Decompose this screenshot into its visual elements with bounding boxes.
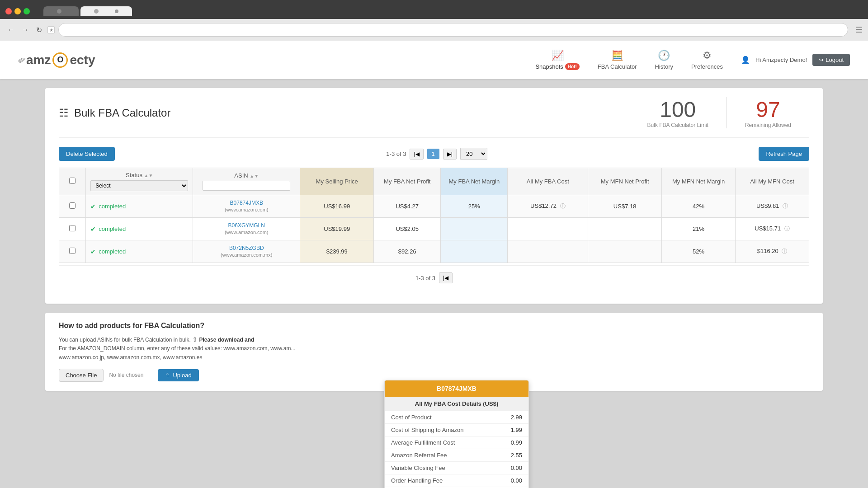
logout-button[interactable]: ↪ Logout: [812, 54, 850, 66]
asin-domain: (www.amazon.com.mx): [221, 252, 272, 258]
how-to-text: You can upload ASINs for bulk FBA Calcul…: [59, 334, 809, 362]
pagination-controls: 1-3 of 3 |◀ 1 ▶| 20 50 100: [386, 148, 487, 160]
nav-items: 📈 Snapshots Hot! 🧮 FBA Calculator 🕐 Hist…: [535, 50, 723, 70]
row-mfn-net-margin: 42%: [662, 195, 736, 218]
nav-fba-calculator[interactable]: 🧮 FBA Calculator: [598, 50, 637, 70]
page-title: Bulk FBA Calculator: [74, 107, 170, 119]
tooltip-row-label: Cost of Shipping to Amazon: [391, 427, 463, 433]
asin-link[interactable]: B07874JMXB: [198, 200, 295, 206]
data-table: Status ▲▼ Select completed ASIN: [59, 168, 809, 263]
row-fba-net-margin: [441, 218, 508, 240]
forward-button[interactable]: →: [20, 24, 31, 36]
row-checkbox[interactable]: [69, 248, 75, 254]
row-fba-net-profit: US$2.05: [374, 218, 441, 240]
status-text: completed: [99, 203, 126, 210]
tooltip-row: Cost of Product 2.99: [385, 411, 528, 424]
bulk-limit-number: 100: [647, 97, 708, 122]
fba-net-profit-header-label: My FBA Net Profit: [384, 178, 430, 185]
status-filter-select[interactable]: Select completed: [90, 180, 188, 191]
row-mfn-net-profit: [588, 218, 662, 240]
mfn-cost-info-icon[interactable]: ⓘ: [784, 225, 790, 232]
th-fba-net-margin: My FBA Net Margin: [441, 168, 508, 195]
last-page-button[interactable]: ▶|: [443, 149, 457, 160]
tab-icon: [57, 9, 61, 14]
nav-history[interactable]: 🕐 History: [655, 50, 673, 70]
refresh-page-button[interactable]: Refresh Page: [759, 147, 809, 161]
mfn-net-margin-header-label: My MFN Net Margin: [672, 178, 725, 185]
current-page: 1: [427, 149, 439, 159]
upload-button[interactable]: ⇧ Upload: [158, 369, 198, 381]
user-greeting: Hi Amzpecty Demo!: [755, 56, 807, 63]
row-all-mfn-cost: $116.20 ⓘ: [736, 240, 809, 263]
tooltip-row-value: 1.99: [511, 427, 522, 433]
tooltip-row-value: 0.99: [511, 439, 522, 446]
first-page-button[interactable]: |◀: [410, 149, 423, 160]
fba-cost-info-icon[interactable]: ⓘ: [560, 203, 566, 209]
row-checkbox-cell: [59, 240, 86, 263]
upload-btn-label: Upload: [173, 372, 191, 379]
status-sort-icon[interactable]: ▲▼: [144, 173, 153, 178]
table-row: ✔ completed B06XGYMGLN (www.amazon.com) …: [59, 218, 809, 240]
th-mfn-net-profit: My MFN Net Profit: [588, 168, 662, 195]
check-icon: ✔: [90, 225, 96, 233]
per-page-select[interactable]: 20 50 100: [460, 148, 487, 160]
row-all-mfn-cost: US$9.81 ⓘ: [736, 195, 809, 218]
selling-price-header-label: My Selling Price: [316, 178, 358, 185]
user-icon: 👤: [741, 56, 750, 64]
status-filter: Select completed: [90, 180, 188, 191]
row-checkbox-cell: [59, 195, 86, 218]
browser-tab-inactive[interactable]: [43, 6, 79, 16]
bottom-first-page-button[interactable]: |◀: [439, 272, 453, 283]
tooltip-row-value: 0.00: [511, 465, 522, 471]
row-checkbox[interactable]: [69, 225, 75, 231]
tooltip-row: Cost of Shipping to Amazon 1.99: [385, 424, 528, 436]
table-row: ✔ completed B072N5ZGBD (www.amazon.com.m…: [59, 240, 809, 263]
tooltip-row: Amazon Referral Fee 2.55: [385, 449, 528, 462]
delete-selected-button[interactable]: Delete Selected: [59, 147, 115, 161]
snapshots-icon: 📈: [552, 50, 564, 61]
row-checkbox-cell: [59, 218, 86, 240]
logo-text-ecty: ecty: [70, 53, 95, 67]
asin-sort-icon[interactable]: ▲▼: [250, 174, 259, 178]
fba-cost-tooltip: B07874JMXB All My FBA Cost Details (US$)…: [384, 380, 529, 488]
main-content: ☷ Bulk FBA Calculator 100 Bulk FBA Calcu…: [45, 88, 823, 304]
status-header-label: Status: [126, 172, 142, 178]
user-section: 👤 Hi Amzpecty Demo! ↪ Logout: [741, 54, 850, 66]
row-fba-net-profit: $92.26: [374, 240, 441, 263]
select-all-checkbox[interactable]: [69, 178, 75, 184]
how-to-bold: Please download and: [199, 337, 254, 343]
table-body: ✔ completed B07874JMXB (www.amazon.com) …: [59, 195, 809, 263]
back-button[interactable]: ←: [5, 24, 16, 36]
th-selling-price: My Selling Price: [300, 168, 374, 195]
row-asin-cell: B072N5ZGBD (www.amazon.com.mx): [193, 240, 300, 263]
row-fba-net-margin: 25%: [441, 195, 508, 218]
row-checkbox[interactable]: [69, 202, 75, 209]
asin-link[interactable]: B06XGYMGLN: [198, 222, 295, 229]
mfn-cost-info-icon[interactable]: ⓘ: [782, 248, 787, 254]
reload-button[interactable]: ↻: [34, 24, 44, 36]
nav-snapshots[interactable]: 📈 Snapshots Hot!: [535, 50, 579, 70]
choose-file-button[interactable]: Choose File: [59, 369, 104, 382]
browser-tab-active[interactable]: [80, 6, 132, 16]
asin-filter-input[interactable]: [203, 181, 290, 191]
row-selling-price: US$16.99: [300, 195, 374, 218]
address-bar[interactable]: [58, 23, 848, 37]
tooltip-row-label: Variable Closing Fee: [391, 465, 445, 471]
how-to-title: How to add products for FBA Calculation?: [59, 322, 809, 330]
tooltip-row: Average Fulfillment Cost 0.99: [385, 436, 528, 449]
window-close[interactable]: [5, 8, 12, 14]
history-icon: 🕐: [658, 50, 670, 61]
window-minimize[interactable]: [14, 8, 21, 14]
pagination-text: 1-3 of 3: [386, 150, 406, 157]
nav-preferences[interactable]: ⚙ Preferences: [691, 50, 723, 70]
snapshots-label: Snapshots: [535, 63, 563, 70]
hot-badge: Hot!: [565, 63, 580, 70]
logout-icon: ↪: [819, 56, 824, 63]
browser-menu-icon[interactable]: ☰: [855, 25, 863, 35]
window-maximize[interactable]: [24, 8, 30, 14]
history-label: History: [655, 63, 673, 70]
asin-link[interactable]: B072N5ZGBD: [198, 245, 295, 251]
th-fba-net-profit: My FBA Net Profit: [374, 168, 441, 195]
mfn-cost-info-icon[interactable]: ⓘ: [783, 203, 788, 209]
row-all-fba-cost: [508, 218, 588, 240]
